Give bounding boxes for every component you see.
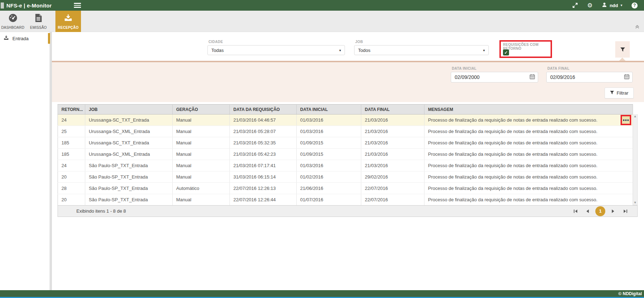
panel-pointer-arrow	[619, 58, 626, 61]
table-cell-retorno: 20	[58, 194, 85, 206]
table-cell-job: Urussanga-SC_TXT_Entrada	[85, 137, 173, 149]
column-header-retorno[interactable]: RETORN...	[58, 105, 85, 115]
table-cell-geracao: Manual	[173, 160, 230, 171]
pagination: 1	[571, 206, 637, 216]
user-menu[interactable]: ndd ▾	[602, 2, 622, 9]
document-icon	[35, 14, 42, 24]
result-count: Exibindo itens 1 - 8 de 8	[58, 208, 126, 214]
table-cell-job: São Paulo-SP_TXT_Entrada	[85, 194, 173, 206]
tab-emissao[interactable]: EMISSÃO	[26, 11, 51, 32]
next-page-button[interactable]	[609, 207, 617, 215]
table-row[interactable]: 185Urussanga-SC_TXT_EntradaManual21/03/2…	[58, 137, 633, 149]
tab-recepcao[interactable]: RECEPÇÃO	[55, 11, 81, 32]
table-cell-retorno: 20	[58, 171, 85, 183]
filtrar-button-label: Filtrar	[617, 90, 628, 96]
table-row[interactable]: 20São Paulo-SP_TXT_EntradaManual31/03/20…	[58, 171, 633, 183]
job-label: JOB	[355, 40, 363, 44]
table-cell-data_requisicao: 21/03/2016 05:32:35	[230, 137, 297, 149]
table-row[interactable]: 24São Paulo-SP_TXT_EntradaManual21/03/20…	[58, 160, 633, 171]
table-cell-data_final: 21/03/2016	[361, 115, 424, 126]
table-cell-retorno: 25	[58, 126, 85, 137]
previous-page-button[interactable]	[583, 207, 592, 215]
calendar-icon[interactable]	[624, 74, 629, 81]
table-cell-data_final: 21/03/2016	[361, 137, 424, 149]
copyright-text: © NDDigital	[618, 291, 644, 296]
table-cell-data_final: 21/03/2016	[361, 160, 424, 171]
data-final-label: DATA FINAL	[547, 66, 569, 70]
table-row[interactable]: 20São Paulo-SP_TXT_EntradaManual22/07/20…	[58, 194, 633, 206]
table-row[interactable]: 185Urussanga-SC_XML_EntradaManual21/03/2…	[58, 149, 633, 160]
table-cell-data_requisicao: 21/03/2016 05:42:23	[230, 149, 297, 160]
column-header-mensagem[interactable]: MENSAGEM	[424, 105, 633, 115]
data-inicial-label: DATA INICIAL	[452, 66, 477, 70]
table-cell-data_inicial: 01/09/2015	[297, 149, 361, 160]
data-final-field[interactable]	[546, 72, 633, 83]
job-select[interactable]: Todos ▾	[354, 45, 489, 55]
table-cell-data_requisicao: 22/07/2016 12:26:13	[230, 183, 297, 194]
collapse-panel-icon[interactable]	[635, 24, 640, 30]
bottom-bar: © NDDigital	[0, 290, 644, 297]
tab-label: DASHBOARD	[1, 26, 24, 30]
app-window: NFS-e | e-Monitor ⚙ ndd ▾ ? DASHBOARD	[0, 0, 644, 298]
table-cell-retorno: 24	[58, 160, 85, 171]
requisitions-table: RETORN... JOB GERAÇÃO DATA DA REQUISIÇÃO…	[58, 104, 633, 206]
table-cell-data_requisicao: 21/03/2016 04:46:57	[230, 115, 297, 126]
data-inicial-field[interactable]	[451, 72, 538, 83]
table-cell-job: Urussanga-SC_XML_Entrada	[85, 126, 173, 137]
fullscreen-icon[interactable]	[572, 2, 578, 8]
sidebar-item-entrada[interactable]: Entrada	[0, 32, 50, 45]
menu-icon[interactable]	[74, 2, 81, 9]
table-cell-retorno: 185	[58, 149, 85, 160]
date-filter-panel: DATA INICIAL DATA FINAL	[52, 61, 644, 102]
row-actions-ellipsis-button[interactable]	[621, 115, 631, 125]
table-cell-geracao: Manual	[173, 149, 230, 160]
table-cell-data_final: 22/07/2016	[361, 194, 424, 206]
table-cell-data_requisicao: 22/07/2016 12:26:44	[230, 194, 297, 206]
tab-dashboard[interactable]: DASHBOARD	[0, 11, 26, 32]
table-cell-data_final: 21/03/2016	[361, 126, 424, 137]
first-page-button[interactable]	[571, 207, 580, 215]
chevron-down-icon: ▾	[483, 48, 485, 52]
table-row[interactable]: 28São Paulo-SP_TXT_EntradaAutomático22/0…	[58, 183, 633, 194]
job-value: Todos	[358, 48, 370, 53]
table-cell-data_inicial: 21/06/2016	[297, 183, 361, 194]
table-cell-mensagem: Processo de finalização da requisição de…	[424, 115, 633, 126]
table-cell-mensagem: Processo de finalização da requisição de…	[424, 160, 633, 171]
cidade-select[interactable]: Todas ▾	[207, 45, 345, 55]
table-cell-data_final: 29/02/2016	[361, 171, 424, 183]
table-cell-data_inicial: 01/07/2016	[297, 194, 361, 206]
last-page-button[interactable]	[621, 207, 629, 215]
data-final-input[interactable]	[550, 74, 624, 80]
table-row[interactable]: 24Urussanga-SC_TXT_EntradaManual21/03/20…	[58, 115, 633, 126]
scroll-up-icon[interactable]: ▲	[634, 115, 636, 118]
data-inicial-input[interactable]	[455, 74, 530, 80]
chevron-down-icon: ▾	[621, 4, 622, 7]
table-cell-job: Urussanga-SC_XML_Entrada	[85, 149, 173, 160]
table-cell-data_final: 21/03/2016	[361, 149, 424, 160]
tab-label: RECEPÇÃO	[58, 26, 79, 30]
table-cell-mensagem: Processo de finalização da requisição de…	[424, 194, 633, 206]
download-tray-icon	[64, 14, 73, 24]
column-header-geracao[interactable]: GERAÇÃO	[173, 105, 230, 115]
table-row[interactable]: 25Urussanga-SC_XML_EntradaManual21/03/20…	[58, 126, 633, 137]
table-cell-data_inicial: 01/03/2016	[297, 160, 361, 171]
column-header-job[interactable]: JOB	[85, 105, 173, 115]
filtrar-button[interactable]: Filtrar	[605, 87, 634, 99]
scroll-down-icon[interactable]: ▼	[634, 201, 636, 204]
cidade-value: Todas	[211, 48, 224, 53]
topbar: NFS-e | e-Monitor ⚙ ndd ▾ ?	[0, 0, 644, 11]
calendar-icon[interactable]	[530, 74, 535, 81]
filter-toggle-button[interactable]	[615, 41, 630, 58]
dashboard-gauge-icon	[9, 14, 17, 24]
settings-gears-icon[interactable]: ⚙	[587, 2, 592, 9]
table-cell-geracao: Automático	[173, 183, 230, 194]
table-cell-geracao: Manual	[173, 126, 230, 137]
help-icon[interactable]: ?	[632, 2, 638, 9]
table-cell-job: São Paulo-SP_TXT_Entrada	[85, 171, 173, 183]
requisicoes-com-retorno-checkbox[interactable]: ✓	[503, 49, 509, 55]
column-header-data-final[interactable]: DATA FINAL	[361, 105, 424, 115]
column-header-data-requisicao[interactable]: DATA DA REQUISIÇÃO	[230, 105, 297, 115]
current-page-indicator[interactable]: 1	[595, 206, 605, 216]
column-header-data-inicial[interactable]: DATA INICIAL	[297, 105, 361, 115]
table-scrollbar[interactable]: ▲ ▼	[633, 114, 638, 205]
